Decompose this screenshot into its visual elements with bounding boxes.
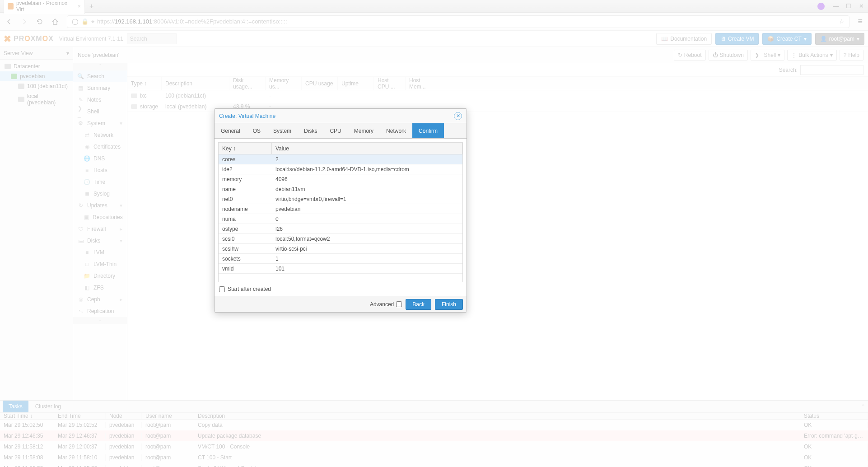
col-memory[interactable]: Memory us... [266,77,302,90]
wizard-tab-general[interactable]: General [215,123,247,138]
side-replication[interactable]: ⇋Replication [73,305,127,317]
wizard-tab-network[interactable]: Network [380,123,412,138]
side-zfs[interactable]: ◧ZFS [73,282,127,294]
side-expand-handle[interactable]: ⌄ [73,317,127,324]
modal-close-icon[interactable]: ⨯ [454,112,462,120]
side-lvm[interactable]: ■LVM [73,247,127,258]
tab-close-icon[interactable]: × [78,3,81,9]
side-system[interactable]: ⚙System▾ [73,117,127,129]
kv-row[interactable]: net0virtio,bridge=vmbr0,firewall=1 [219,194,462,204]
browser-menu-icon[interactable]: ≡ [858,17,863,26]
col-hostmem[interactable]: Host Mem... [406,77,437,90]
side-search[interactable]: 🔍Search [73,70,127,82]
cluster-log-tab[interactable]: Cluster log [29,401,67,412]
col-start-time[interactable]: Start Time ↓ [0,413,54,419]
col-uptime[interactable]: Uptime [338,77,374,90]
advanced-checkbox[interactable] [396,301,402,307]
global-search-input[interactable]: Search [127,33,177,44]
grid-header[interactable]: Type ↑ Description Disk usage... Memory … [127,77,868,90]
col-user[interactable]: User name [142,413,194,419]
side-lvm-thin[interactable]: □LVM-Thin [73,258,127,270]
col-status[interactable]: Status [800,413,868,419]
wizard-tab-cpu[interactable]: CPU [323,123,347,138]
new-tab-button[interactable]: + [89,2,93,10]
reboot-button[interactable]: ↻ Reboot [674,50,706,61]
server-view-header[interactable]: Server View▾ [0,47,73,60]
shell-button[interactable]: ❯_ Shell ▾ [751,50,784,61]
side-hosts[interactable]: ≡Hosts [73,164,127,176]
window-close[interactable]: ✕ [858,3,864,9]
wizard-tab-confirm[interactable]: Confirm [412,123,444,138]
lock-icon[interactable]: 🔒 [81,18,89,25]
tree-datacenter[interactable]: Datacenter [0,61,73,71]
tree-node-pvedebian[interactable]: pvedebian [0,71,73,81]
side-updates[interactable]: ↻Updates▾ [73,200,127,211]
nav-back-icon[interactable] [5,18,13,25]
task-row[interactable]: Mar 29 11:05:53 Mar 29 11:05:53 pvedebia… [0,463,868,467]
side-certificates[interactable]: ◉Certificates [73,141,127,153]
side-collapse-handle[interactable]: ⌃ [73,63,127,70]
nav-reload-icon[interactable] [36,18,43,25]
side-repositories[interactable]: ▣Repositories [73,211,127,223]
side-ceph[interactable]: ◎Ceph▸ [73,294,127,305]
kv-row[interactable]: namedebian11vm [219,184,462,194]
kv-row[interactable]: scsihwvirtio-scsi-pci [219,244,462,254]
col-hostcpu[interactable]: Host CPU ... [374,77,406,90]
documentation-button[interactable]: 📖 Documentation [656,33,712,45]
task-row[interactable]: Mar 29 11:58:12 Mar 29 12:00:37 pvedebia… [0,441,868,452]
create-vm-button[interactable]: 🖥 Create VM [715,33,759,45]
help-button[interactable]: ? Help [840,50,863,61]
proxmox-logo[interactable]: ✖PROXMOX [4,33,54,44]
grid-search-input[interactable] [800,65,863,75]
side-shell[interactable]: ❯_Shell [73,106,127,117]
tasks-collapse-icon[interactable]: ⌃ [861,403,865,410]
window-minimize[interactable]: — [833,3,839,9]
col-type[interactable]: Type ↑ [127,77,162,90]
browser-tab[interactable]: pvedebian - Proxmox Virt × [4,0,85,14]
task-row[interactable]: Mar 29 15:02:50 Mar 29 15:02:52 pvedebia… [0,420,868,430]
task-row[interactable]: Mar 29 12:46:35 Mar 29 12:46:37 pvedebia… [0,430,868,441]
kv-row[interactable]: vmid101 [219,264,462,274]
col-node[interactable]: Node [106,413,142,419]
address-bar[interactable]: ◯ 🔒 ⌖ https://192.168.1.101:8006/#v1:0:=… [67,15,849,28]
shutdown-button[interactable]: ⏻ Shutdown [709,50,748,61]
nav-home-icon[interactable] [51,18,59,25]
side-time[interactable]: 🕒Time [73,176,127,188]
nav-forward-icon[interactable] [21,18,28,25]
kv-row[interactable]: ide2local:iso/debian-11.2.0-amd64-DVD-1.… [219,164,462,174]
col-disk[interactable]: Disk usage... [229,77,266,90]
tasks-tab[interactable]: Tasks [3,401,28,412]
finish-button[interactable]: Finish [435,299,463,310]
side-network[interactable]: ⇄Network [73,129,127,141]
kv-row[interactable]: ostypel26 [219,224,462,234]
extension-icon[interactable] [817,3,825,10]
tree-ct-100[interactable]: 100 (debian11ct) [0,81,73,91]
side-summary[interactable]: ▤Summary [73,82,127,94]
side-directory[interactable]: 📁Directory [73,270,127,282]
tasks-header[interactable]: Start Time ↓ End Time Node User name Des… [0,413,868,420]
create-ct-button[interactable]: 📦 Create CT ▾ [762,33,811,45]
side-disks[interactable]: 🖴Disks▾ [73,235,127,247]
side-firewall[interactable]: 🛡Firewall▸ [73,223,127,235]
window-maximize[interactable]: ☐ [845,3,852,9]
side-syslog[interactable]: ≣Syslog [73,188,127,200]
wizard-tab-memory[interactable]: Memory [348,123,380,138]
task-row[interactable]: Mar 29 11:58:08 Mar 29 11:58:10 pvedebia… [0,452,868,463]
col-task-desc[interactable]: Description [194,413,800,419]
bookmark-star-icon[interactable]: ☆ [839,18,845,25]
col-cpu[interactable]: CPU usage [302,77,338,90]
shield-icon[interactable]: ◯ [72,18,79,25]
kv-col-value[interactable]: Value [272,143,462,154]
back-button[interactable]: Back [406,299,431,310]
start-after-created-checkbox[interactable] [219,286,225,292]
kv-row[interactable]: nodenamepvedebian [219,204,462,214]
col-description[interactable]: Description [162,77,229,90]
side-notes[interactable]: ✎Notes [73,94,127,106]
user-menu-button[interactable]: 👤 root@pam ▾ [815,33,864,45]
side-dns[interactable]: 🌐DNS [73,153,127,164]
tree-storage-local[interactable]: local (pvedebian) [0,91,73,107]
col-end-time[interactable]: End Time [54,413,106,419]
key-icon[interactable]: ⌖ [91,18,94,25]
kv-row[interactable]: numa0 [219,214,462,224]
kv-row[interactable]: scsi0local:50,format=qcow2 [219,234,462,244]
